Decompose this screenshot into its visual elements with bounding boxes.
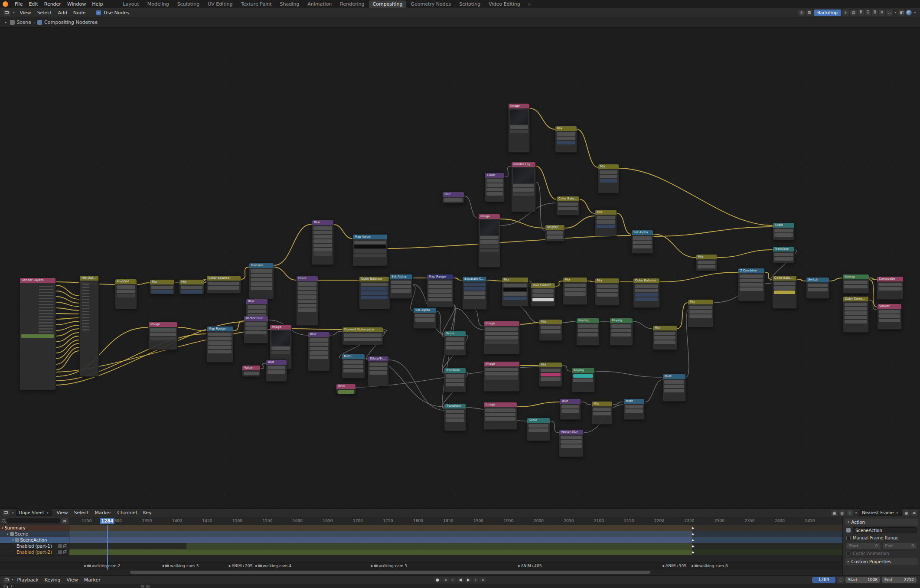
node-mix[interactable]: Mix bbox=[179, 279, 204, 294]
workspace-tab-shading[interactable]: Shading bbox=[276, 0, 303, 8]
node-widget[interactable] bbox=[635, 293, 658, 297]
node-widget[interactable] bbox=[268, 366, 285, 369]
node-widget[interactable] bbox=[600, 175, 617, 178]
node-widget[interactable] bbox=[564, 292, 586, 296]
invert-filter-button[interactable]: ⇄ bbox=[62, 518, 68, 524]
node-widget[interactable] bbox=[298, 304, 316, 307]
node-widget[interactable] bbox=[208, 350, 232, 353]
node-widget[interactable] bbox=[547, 231, 563, 235]
node-map-value[interactable]: Map Value bbox=[352, 234, 388, 266]
channel-scene[interactable]: ▾Scene bbox=[0, 531, 69, 537]
breadcrumb-nodetree[interactable]: Compositing Nodetree bbox=[44, 20, 98, 25]
node-mix[interactable]: Mix bbox=[539, 362, 562, 387]
node-keying[interactable]: Keying bbox=[842, 274, 869, 294]
node-widget[interactable] bbox=[251, 282, 272, 286]
expander-icon[interactable]: ▾ bbox=[7, 532, 9, 536]
node-widget[interactable] bbox=[573, 379, 593, 382]
node-widget[interactable] bbox=[844, 281, 868, 284]
node-widget[interactable] bbox=[513, 188, 534, 192]
node-widget[interactable] bbox=[593, 408, 611, 411]
node-widget[interactable] bbox=[181, 286, 202, 289]
node-widget[interactable] bbox=[573, 374, 593, 378]
node-mix[interactable]: Mix bbox=[595, 278, 620, 306]
dope-sheet-main[interactable]: 1250130013501400145015001550160016501700… bbox=[0, 517, 842, 575]
node-widget[interactable] bbox=[150, 333, 176, 336]
node-widget[interactable] bbox=[428, 294, 452, 297]
channel-enabled-part-2[interactable]: Enabled (part-2)✓ bbox=[0, 549, 69, 555]
channel-strip[interactable] bbox=[69, 537, 842, 543]
node-widget[interactable] bbox=[271, 346, 290, 350]
node-widget[interactable] bbox=[597, 216, 615, 219]
playhead-line[interactable] bbox=[107, 525, 108, 570]
node-transform[interactable]: Transform bbox=[444, 403, 466, 431]
workspace-tab-modeling[interactable]: Modeling bbox=[144, 0, 173, 8]
marker-walking-cam-4[interactable]: ◆walking-cam-4 bbox=[255, 564, 291, 568]
node-widget[interactable] bbox=[446, 418, 464, 422]
snap-dropdown[interactable]: Nearest Frame ▾ bbox=[859, 510, 902, 516]
only-selected-icon[interactable]: ▣ bbox=[831, 510, 838, 516]
node-widget[interactable] bbox=[21, 334, 54, 338]
node-widget[interactable] bbox=[343, 365, 363, 368]
current-frame-field[interactable]: 1284 bbox=[812, 577, 835, 583]
node-widget[interactable] bbox=[208, 346, 232, 349]
node-mix[interactable]: Mix bbox=[150, 279, 175, 294]
node-widget[interactable] bbox=[878, 287, 902, 291]
node-widget[interactable] bbox=[313, 231, 332, 234]
node-blur[interactable]: Blur bbox=[308, 332, 330, 371]
node-widget[interactable] bbox=[845, 307, 867, 310]
node-widget[interactable] bbox=[578, 329, 598, 332]
node-widget[interactable] bbox=[486, 188, 503, 191]
node-widget[interactable] bbox=[774, 282, 795, 285]
status-chevron-icon[interactable]: ▾ bbox=[10, 585, 13, 588]
channel-summary[interactable]: ▾Summary bbox=[0, 525, 69, 531]
node-convert-colorspace[interactable]: Convert Colorspace bbox=[342, 327, 383, 345]
node-widget[interactable] bbox=[251, 274, 272, 277]
node-vector-blur[interactable]: Vector Blur bbox=[244, 316, 268, 343]
node-scale[interactable]: Scale bbox=[773, 222, 795, 240]
timeline-scrollbar[interactable] bbox=[0, 570, 842, 575]
node-widget[interactable] bbox=[344, 333, 382, 337]
node-widget[interactable] bbox=[117, 294, 135, 297]
node-widget[interactable] bbox=[845, 303, 867, 306]
node-widget[interactable] bbox=[313, 239, 332, 243]
node-widget[interactable] bbox=[415, 314, 435, 317]
node-widget[interactable] bbox=[245, 327, 267, 330]
node-widget[interactable] bbox=[446, 410, 464, 413]
node-color-correction[interactable]: Color Correction bbox=[843, 296, 869, 333]
jump-to-end-button[interactable]: » bbox=[480, 577, 486, 582]
node-widget[interactable] bbox=[361, 283, 388, 286]
node-image[interactable]: Image bbox=[508, 103, 530, 153]
node-color-balance[interactable]: Color Balance bbox=[772, 275, 797, 309]
node-widget[interactable] bbox=[564, 284, 586, 287]
node-hue-correct[interactable]: Hue Correct bbox=[531, 283, 555, 307]
node-viewer[interactable]: Viewer bbox=[877, 304, 902, 330]
node-widget[interactable] bbox=[740, 287, 763, 291]
node-widget[interactable] bbox=[444, 198, 463, 202]
node-widget[interactable] bbox=[251, 269, 272, 273]
menu-file[interactable]: File bbox=[12, 1, 26, 7]
node-widget[interactable] bbox=[698, 261, 715, 264]
node-widget[interactable] bbox=[354, 254, 386, 257]
node-math[interactable]: Math bbox=[342, 354, 365, 379]
node-widget[interactable] bbox=[532, 294, 554, 297]
node-image[interactable]: Image bbox=[483, 321, 520, 354]
node-switch[interactable]: Switch bbox=[806, 277, 829, 299]
node-widget[interactable] bbox=[808, 284, 828, 287]
node-widget[interactable] bbox=[558, 203, 578, 206]
node-widget[interactable] bbox=[464, 296, 485, 299]
action-name-field[interactable]: SceneAction bbox=[853, 527, 917, 533]
node-widget[interactable] bbox=[428, 281, 452, 284]
node-widget[interactable] bbox=[310, 356, 328, 359]
node-widget[interactable] bbox=[369, 367, 387, 370]
marker-walking-cam-3[interactable]: ◆walking-cam-3 bbox=[162, 564, 199, 568]
playback-menu-keying[interactable]: Keying bbox=[42, 577, 64, 583]
workspace-tab-layout[interactable]: Layout bbox=[119, 0, 143, 8]
node-widget[interactable] bbox=[251, 287, 272, 290]
node-widget[interactable] bbox=[879, 314, 900, 318]
workspace-tab-texture-paint[interactable]: Texture Paint bbox=[237, 0, 276, 8]
channel-strip[interactable] bbox=[69, 549, 842, 555]
playback-menu-view[interactable]: View bbox=[64, 577, 81, 583]
node-widget[interactable] bbox=[600, 170, 617, 174]
node-image[interactable]: Image bbox=[478, 214, 500, 268]
editor-type-icon[interactable] bbox=[3, 10, 10, 16]
